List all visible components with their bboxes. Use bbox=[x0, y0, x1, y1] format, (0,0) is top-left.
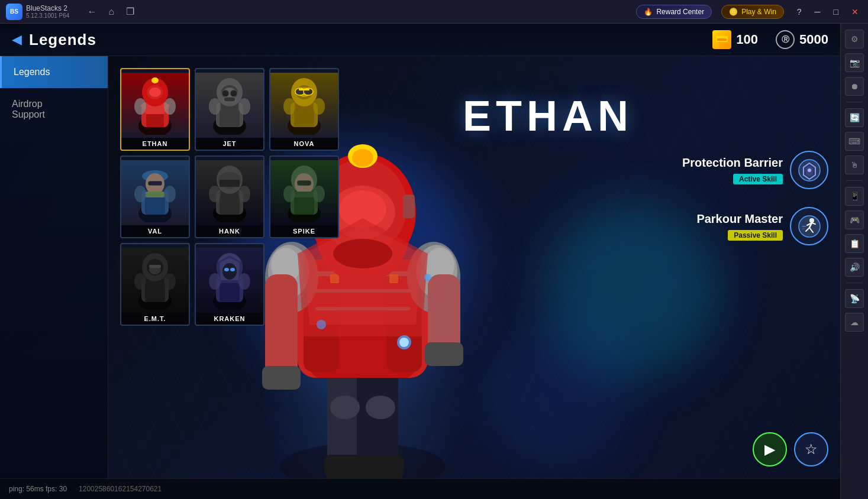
play-button[interactable]: ▶ bbox=[753, 432, 787, 466]
legend-card-hank[interactable]: 🔒 HANK bbox=[195, 155, 264, 238]
volume-icon[interactable]: 🔊 bbox=[845, 258, 864, 277]
svg-rect-94 bbox=[357, 455, 404, 478]
hank-name-tag: HANK bbox=[196, 225, 263, 237]
sidebar-airdrop-label: AirdropSupport bbox=[12, 99, 45, 120]
svg-point-135 bbox=[808, 169, 811, 172]
svg-point-83 bbox=[224, 268, 229, 271]
app-name: BlueStacks 2 bbox=[26, 4, 69, 12]
device-id-display: 120025860162154270621 bbox=[79, 485, 162, 493]
svg-point-23 bbox=[230, 90, 237, 97]
skill-2-icon-circle[interactable] bbox=[790, 207, 828, 245]
back-nav-button[interactable]: ← bbox=[87, 7, 96, 17]
back-button[interactable]: ◀ Legends bbox=[12, 31, 96, 49]
legend-card-ethan[interactable]: ETHAN bbox=[120, 68, 190, 151]
bottom-actions: ▶ ☆ bbox=[753, 432, 828, 466]
emt-figure bbox=[128, 251, 182, 310]
svg-point-46 bbox=[134, 186, 146, 202]
svg-rect-43 bbox=[148, 181, 162, 186]
sidebar-item-legends[interactable]: Legends bbox=[0, 56, 108, 88]
r-currency-icon: Ⓡ bbox=[776, 30, 795, 49]
svg-rect-54 bbox=[220, 180, 240, 187]
titlebar: BS BlueStacks 2 5.12.3.1001 P64 ← ⌂ ❐ 🔥 … bbox=[0, 0, 868, 24]
svg-point-75 bbox=[164, 273, 176, 290]
reward-center-button[interactable]: 🔥 Reward Center bbox=[636, 5, 712, 19]
rotate-icon[interactable]: 🔄 bbox=[845, 108, 864, 127]
legend-card-val[interactable]: VAL bbox=[120, 155, 190, 238]
gamepad-icon[interactable]: 🎮 bbox=[845, 210, 864, 229]
help-button[interactable]: ? bbox=[793, 6, 805, 18]
window-controls: ? ─ □ ✕ bbox=[793, 6, 862, 18]
settings-icon[interactable]: ⚙ bbox=[845, 30, 864, 48]
currency-display: 100 Ⓡ 5000 bbox=[712, 30, 828, 49]
keyboard-icon[interactable]: ⌨ bbox=[845, 132, 864, 151]
mouse-icon[interactable]: 🖱 bbox=[845, 155, 864, 174]
svg-rect-124 bbox=[403, 195, 415, 218]
windows-nav-button[interactable]: ❐ bbox=[126, 6, 134, 17]
kraken-name-tag: KRAKEN bbox=[196, 313, 263, 325]
jet-name-tag: JET bbox=[196, 138, 263, 150]
character-name: ETHAN bbox=[463, 92, 633, 140]
legend-card-spike[interactable]: 🔒 SPIKE bbox=[269, 155, 339, 238]
clipboard-icon[interactable]: 📋 bbox=[845, 234, 864, 253]
skill-item-protection-barrier: Protection Barrier Active Skill bbox=[627, 151, 828, 189]
sidebar-divider-2 bbox=[846, 180, 863, 181]
legend-card-kraken[interactable]: KRAKEN bbox=[195, 243, 264, 326]
gold-currency: 100 bbox=[712, 30, 758, 49]
mobile-icon[interactable]: 📱 bbox=[845, 187, 864, 206]
kraken-figure bbox=[203, 251, 256, 310]
svg-rect-64 bbox=[294, 192, 314, 197]
maximize-button[interactable]: □ bbox=[830, 6, 842, 18]
play-win-button[interactable]: 🪙 Play & Win bbox=[721, 5, 784, 19]
svg-point-13 bbox=[134, 98, 146, 115]
window-nav-controls: ← ⌂ ❐ bbox=[87, 6, 134, 17]
skill-1-type-badge: Active Skill bbox=[733, 174, 783, 184]
network-icon[interactable]: 📡 bbox=[845, 289, 864, 308]
kraken-avatar bbox=[196, 248, 263, 313]
svg-rect-4 bbox=[717, 38, 727, 41]
svg-point-86 bbox=[238, 273, 250, 290]
screenshot-icon[interactable]: 📷 bbox=[845, 53, 864, 72]
home-nav-button[interactable]: ⌂ bbox=[108, 7, 114, 17]
star-icon: ☆ bbox=[805, 441, 818, 458]
svg-rect-115 bbox=[425, 342, 463, 366]
skill-1-icon-circle[interactable] bbox=[790, 151, 828, 189]
svg-point-37 bbox=[313, 98, 325, 115]
svg-point-26 bbox=[238, 98, 250, 115]
back-arrow-icon: ◀ bbox=[12, 32, 22, 47]
svg-point-56 bbox=[238, 186, 250, 202]
svg-point-55 bbox=[209, 186, 221, 202]
cloud-icon[interactable]: ☁ bbox=[845, 313, 864, 332]
favorite-button[interactable]: ☆ bbox=[794, 432, 828, 466]
skill-info-1: Protection Barrier Active Skill bbox=[682, 156, 783, 184]
svg-point-65 bbox=[283, 186, 295, 202]
svg-point-66 bbox=[313, 186, 325, 202]
page-title: Legends bbox=[29, 31, 96, 49]
nova-figure bbox=[277, 76, 331, 135]
record-icon[interactable]: ⏺ bbox=[845, 77, 864, 96]
parkour-master-icon bbox=[798, 215, 821, 238]
svg-rect-73 bbox=[149, 265, 161, 268]
hank-avatar bbox=[196, 160, 263, 225]
emt-avatar bbox=[121, 248, 189, 313]
ethan-name-tag: ETHAN bbox=[121, 138, 189, 150]
play-win-label: Play & Win bbox=[741, 8, 776, 16]
skills-panel: Protection Barrier Active Skill Parkour … bbox=[627, 151, 828, 263]
r-currency: Ⓡ 5000 bbox=[776, 30, 828, 49]
spike-avatar bbox=[270, 160, 338, 225]
svg-point-47 bbox=[164, 186, 176, 202]
svg-point-92 bbox=[366, 396, 395, 419]
svg-point-82 bbox=[222, 263, 237, 280]
svg-point-22 bbox=[222, 90, 229, 97]
svg-point-25 bbox=[209, 98, 221, 115]
legend-card-jet[interactable]: JET bbox=[195, 68, 264, 151]
val-avatar bbox=[121, 160, 189, 225]
legend-card-nova[interactable]: NOVA bbox=[269, 68, 339, 151]
svg-point-85 bbox=[209, 273, 221, 290]
close-button[interactable]: ✕ bbox=[848, 6, 862, 18]
svg-point-131 bbox=[424, 274, 431, 281]
sidebar-item-airdrop-support[interactable]: AirdropSupport bbox=[0, 88, 108, 131]
minimize-button[interactable]: ─ bbox=[811, 6, 824, 18]
legend-card-emt[interactable]: 🔒 E.M.T. bbox=[120, 243, 190, 326]
ethan-figure bbox=[128, 76, 182, 135]
nova-avatar bbox=[270, 73, 338, 138]
